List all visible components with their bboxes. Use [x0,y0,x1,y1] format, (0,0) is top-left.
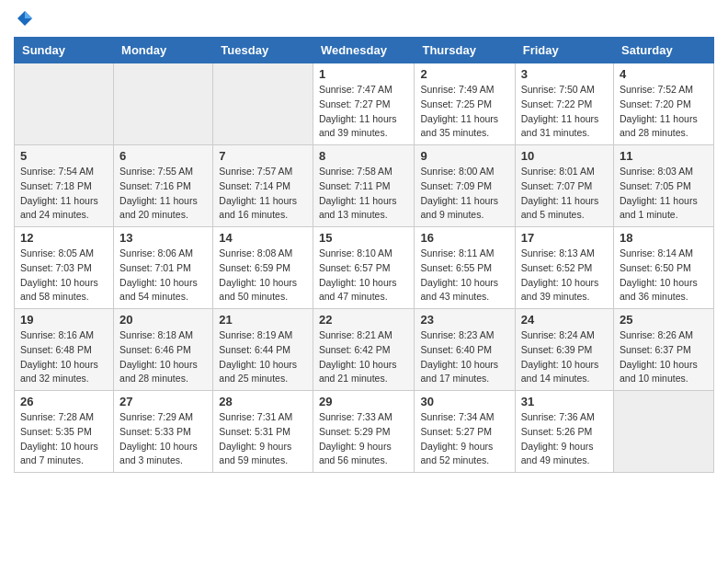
sunrise-info: Sunrise: 8:03 AM [620,166,693,177]
sunset-info: Sunset: 6:50 PM [620,262,691,273]
day-info: Sunrise: 8:19 AMSunset: 6:44 PMDaylight:… [219,328,307,386]
calendar-cell: 17Sunrise: 8:13 AMSunset: 6:52 PMDayligh… [515,227,613,309]
sunset-info: Sunset: 7:05 PM [620,180,691,191]
day-number: 12 [20,231,108,245]
day-number: 26 [20,395,108,408]
day-number: 22 [319,313,409,327]
calendar-cell: 14Sunrise: 8:08 AMSunset: 6:59 PMDayligh… [213,227,313,309]
sunset-info: Sunset: 6:46 PM [119,344,191,355]
calendar-cell: 5Sunrise: 7:54 AMSunset: 7:18 PMDaylight… [15,145,114,227]
sunset-info: Sunset: 6:44 PM [219,344,290,355]
daylight-info: Daylight: 11 hours and 9 minutes. [420,195,498,221]
sunrise-info: Sunrise: 7:50 AM [521,84,595,95]
calendar-week-row: 12Sunrise: 8:05 AMSunset: 7:03 PMDayligh… [15,227,714,309]
sunrise-info: Sunrise: 7:55 AM [119,166,193,177]
calendar-cell: 30Sunrise: 7:34 AMSunset: 5:27 PMDayligh… [415,391,515,473]
sunrise-info: Sunrise: 8:11 AM [420,247,494,259]
day-number: 23 [420,313,508,327]
sunset-info: Sunset: 6:37 PM [620,344,691,355]
day-of-week-header: Tuesday [213,38,313,63]
day-number: 9 [420,149,508,163]
calendar-week-row: 1Sunrise: 7:47 AMSunset: 7:27 PMDaylight… [15,63,714,145]
daylight-info: Daylight: 11 hours and 28 minutes. [620,113,698,139]
day-info: Sunrise: 7:54 AMSunset: 7:18 PMDaylight:… [20,165,108,223]
sunrise-info: Sunrise: 7:28 AM [20,411,94,422]
day-info: Sunrise: 8:23 AMSunset: 6:40 PMDaylight:… [420,328,508,386]
page-container: SundayMondayTuesdayWednesdayThursdayFrid… [0,0,728,482]
daylight-info: Daylight: 11 hours and 39 minutes. [319,113,397,139]
day-info: Sunrise: 8:01 AMSunset: 7:07 PMDaylight:… [521,165,608,223]
sunset-info: Sunset: 7:22 PM [521,98,593,109]
daylight-info: Daylight: 10 hours and 47 minutes. [319,277,397,303]
sunrise-info: Sunrise: 7:57 AM [219,166,292,177]
sunrise-info: Sunrise: 7:36 AM [521,411,595,422]
day-info: Sunrise: 8:14 AMSunset: 6:50 PMDaylight:… [620,247,708,304]
day-info: Sunrise: 8:06 AMSunset: 7:01 PMDaylight:… [119,247,207,304]
sunrise-info: Sunrise: 8:05 AM [20,247,94,259]
calendar-cell: 21Sunrise: 8:19 AMSunset: 6:44 PMDayligh… [213,309,313,391]
sunrise-info: Sunrise: 8:01 AM [521,166,595,177]
day-info: Sunrise: 7:34 AMSunset: 5:27 PMDaylight:… [420,410,508,468]
calendar-cell: 18Sunrise: 8:14 AMSunset: 6:50 PMDayligh… [614,227,714,309]
daylight-info: Daylight: 11 hours and 20 minutes. [119,195,198,221]
daylight-info: Daylight: 10 hours and 39 minutes. [521,277,599,303]
calendar-cell: 13Sunrise: 8:06 AMSunset: 7:01 PMDayligh… [114,227,213,309]
sunrise-info: Sunrise: 7:29 AM [119,411,193,422]
svg-marker-1 [25,11,32,18]
sunrise-info: Sunrise: 7:33 AM [319,411,392,422]
day-number: 29 [319,395,409,408]
day-info: Sunrise: 7:47 AMSunset: 7:27 PMDaylight:… [319,83,409,141]
sunset-info: Sunset: 5:31 PM [219,426,290,437]
daylight-info: Daylight: 10 hours and 17 minutes. [420,359,498,385]
day-info: Sunrise: 7:33 AMSunset: 5:29 PMDaylight:… [319,410,409,468]
logo-text [14,9,34,28]
day-number: 3 [521,67,608,81]
sunset-info: Sunset: 5:33 PM [119,426,191,437]
sunset-info: Sunset: 6:40 PM [420,344,492,355]
day-info: Sunrise: 8:05 AMSunset: 7:03 PMDaylight:… [20,247,108,304]
sunrise-info: Sunrise: 7:34 AM [420,411,494,422]
calendar-cell: 22Sunrise: 8:21 AMSunset: 6:42 PMDayligh… [313,309,415,391]
sunrise-info: Sunrise: 8:10 AM [319,247,392,259]
day-number: 18 [620,231,708,245]
day-info: Sunrise: 7:28 AMSunset: 5:35 PMDaylight:… [20,410,108,468]
sunset-info: Sunset: 7:07 PM [521,180,593,191]
calendar-cell: 31Sunrise: 7:36 AMSunset: 5:26 PMDayligh… [515,391,613,473]
sunset-info: Sunset: 6:39 PM [521,344,593,355]
calendar-cell: 4Sunrise: 7:52 AMSunset: 7:20 PMDaylight… [614,63,714,145]
day-number: 31 [521,395,608,408]
daylight-info: Daylight: 9 hours and 52 minutes. [420,441,493,466]
day-number: 15 [319,231,409,245]
calendar-cell: 3Sunrise: 7:50 AMSunset: 7:22 PMDaylight… [515,63,613,145]
day-of-week-header: Monday [114,38,213,63]
calendar-cell: 20Sunrise: 8:18 AMSunset: 6:46 PMDayligh… [114,309,213,391]
day-info: Sunrise: 8:16 AMSunset: 6:48 PMDaylight:… [20,328,108,386]
day-number: 5 [20,149,108,163]
daylight-info: Daylight: 10 hours and 50 minutes. [219,277,297,303]
day-number: 17 [521,231,608,245]
calendar-cell: 28Sunrise: 7:31 AMSunset: 5:31 PMDayligh… [213,391,313,473]
sunset-info: Sunset: 6:42 PM [319,344,391,355]
calendar-week-row: 5Sunrise: 7:54 AMSunset: 7:18 PMDaylight… [15,145,714,227]
sunset-info: Sunset: 7:03 PM [20,262,92,273]
daylight-info: Daylight: 11 hours and 16 minutes. [219,195,297,221]
day-of-week-header: Thursday [415,38,515,63]
day-number: 14 [219,231,307,245]
day-number: 30 [420,395,508,408]
day-info: Sunrise: 8:13 AMSunset: 6:52 PMDaylight:… [521,247,608,304]
day-number: 2 [420,67,508,81]
calendar-cell: 25Sunrise: 8:26 AMSunset: 6:37 PMDayligh… [614,309,714,391]
day-number: 16 [420,231,508,245]
sunrise-info: Sunrise: 7:31 AM [219,411,292,422]
daylight-info: Daylight: 10 hours and 36 minutes. [620,277,698,303]
day-info: Sunrise: 7:57 AMSunset: 7:14 PMDaylight:… [219,165,307,223]
daylight-info: Daylight: 11 hours and 24 minutes. [20,195,98,221]
day-number: 28 [219,395,307,408]
sunrise-info: Sunrise: 8:26 AM [620,329,693,340]
sunset-info: Sunset: 7:20 PM [620,98,691,109]
daylight-info: Daylight: 9 hours and 56 minutes. [319,441,392,466]
daylight-info: Daylight: 11 hours and 5 minutes. [521,195,599,221]
sunrise-info: Sunrise: 7:58 AM [319,166,392,177]
day-number: 27 [119,395,207,408]
sunset-info: Sunset: 6:48 PM [20,344,92,355]
